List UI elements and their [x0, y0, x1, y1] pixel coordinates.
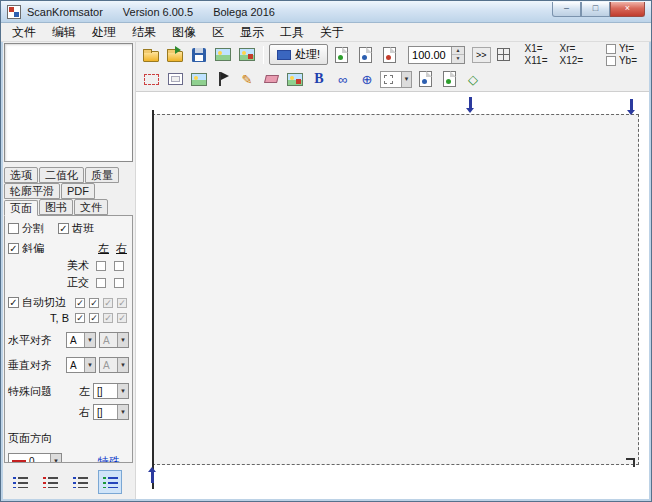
scan-button[interactable] — [236, 45, 258, 65]
eraser-icon — [264, 75, 279, 83]
save-button[interactable] — [188, 45, 210, 65]
window-body: 选项 二值化 质量 轮廓平滑 PDF 页面 图书 文件 分割 — [3, 42, 649, 499]
valign-select[interactable]: A ▼ — [66, 357, 96, 373]
open-add-button[interactable] — [164, 45, 186, 65]
tab-smoothing[interactable]: 轮廓平滑 — [4, 183, 60, 199]
tab-book[interactable]: 图书 — [39, 199, 73, 215]
menu-image[interactable]: 图像 — [164, 23, 204, 42]
top-crop-marker[interactable] — [469, 97, 472, 109]
special-left-select[interactable]: [] ▼ — [93, 383, 129, 399]
minimize-button[interactable]: – — [552, 2, 581, 17]
copy-zone-button[interactable] — [414, 69, 436, 89]
erase-button[interactable] — [260, 69, 282, 89]
halign-select[interactable]: A ▼ — [66, 332, 96, 348]
draw-button[interactable]: ✎ — [236, 69, 258, 89]
polygon-zone-button[interactable]: ◇ — [462, 69, 484, 89]
menu-tools[interactable]: 工具 — [272, 23, 312, 42]
page-delete-button[interactable] — [378, 45, 400, 65]
image-zone-button[interactable] — [188, 69, 210, 89]
yb-checkbox[interactable] — [606, 56, 616, 66]
menu-about[interactable]: 关于 — [312, 23, 352, 42]
xr-label: Xr= — [559, 43, 583, 55]
paste-zone-button[interactable] — [438, 69, 460, 89]
menu-file[interactable]: 文件 — [4, 23, 44, 42]
skew-label: 斜偏 — [22, 241, 44, 256]
special-right-select[interactable]: [] ▼ — [93, 404, 129, 420]
menu-result[interactable]: 结果 — [124, 23, 164, 42]
valign-label: 垂直对齐 — [8, 358, 63, 373]
art-right-checkbox[interactable] — [114, 261, 124, 271]
image-view-button[interactable] — [212, 45, 234, 65]
menu-view[interactable]: 显示 — [232, 23, 272, 42]
tb-l1-checkbox[interactable]: ✓ — [75, 313, 85, 323]
corner-marker[interactable] — [626, 458, 635, 467]
halign-select-2[interactable]: A ▼ — [99, 332, 129, 348]
grid-coords-button[interactable] — [493, 45, 515, 65]
autocrop-r2-checkbox[interactable]: ✓ — [117, 298, 127, 308]
tab-quality[interactable]: 质量 — [85, 167, 119, 183]
page-next-button[interactable] — [330, 45, 352, 65]
split-checkbox[interactable] — [8, 223, 19, 234]
skew-checkbox[interactable]: ✓ — [8, 243, 19, 254]
globe-button[interactable]: ⊕ — [356, 69, 378, 89]
ortho-right-checkbox[interactable] — [114, 278, 124, 288]
close-button[interactable]: × — [610, 2, 645, 17]
floppy-icon — [192, 48, 206, 62]
process-button[interactable]: 处理! — [269, 44, 328, 65]
tb-r2-checkbox[interactable]: ✓ — [117, 313, 127, 323]
page-canvas[interactable] — [136, 91, 649, 499]
window-controls: – □ × — [552, 2, 645, 17]
page-view-button[interactable] — [354, 45, 376, 65]
zoom-stepper[interactable]: ▲ ▼ — [451, 47, 464, 63]
list-mode-3-button[interactable] — [68, 470, 92, 494]
more-tools-button[interactable]: >> — [472, 47, 491, 63]
autocrop-r1-checkbox[interactable]: ✓ — [89, 298, 99, 308]
tb-l2-checkbox[interactable]: ✓ — [103, 313, 113, 323]
list-icon — [13, 476, 28, 489]
thumbnail-list[interactable] — [4, 43, 133, 162]
maximize-button[interactable]: □ — [581, 2, 610, 17]
zoom-input[interactable] — [409, 49, 451, 61]
crop-frame-button[interactable] — [164, 69, 186, 89]
link-pages-button[interactable]: ∞ — [332, 69, 354, 89]
autocrop-checkbox[interactable]: ✓ — [8, 297, 19, 308]
yt-checkbox[interactable] — [606, 44, 616, 54]
menu-process[interactable]: 处理 — [84, 23, 124, 42]
photo-zone-button[interactable] — [284, 69, 306, 89]
list-icon — [43, 476, 58, 489]
left-crop-line[interactable] — [152, 110, 154, 489]
flag-button[interactable] — [212, 69, 234, 89]
select-region-button[interactable] — [140, 69, 162, 89]
tab-pdf[interactable]: PDF — [61, 183, 95, 199]
chevron-down-icon: ▼ — [84, 358, 95, 372]
bold-text-button[interactable]: B — [308, 69, 330, 89]
menu-zone[interactable]: 区 — [204, 23, 232, 42]
orientation-select[interactable]: 0 ▼ — [8, 453, 62, 463]
tab-binarize[interactable]: 二值化 — [39, 167, 84, 183]
tab-page[interactable]: 页面 — [4, 200, 38, 216]
list-mode-2-button[interactable] — [38, 470, 62, 494]
spin-up-icon[interactable]: ▲ — [452, 47, 464, 55]
list-mode-1-button[interactable] — [8, 470, 32, 494]
autocrop-l2-checkbox[interactable]: ✓ — [103, 298, 113, 308]
selection-mode-select[interactable]: ▼ — [380, 71, 412, 88]
tb-r1-checkbox[interactable]: ✓ — [89, 313, 99, 323]
yt-label: Yt= — [619, 43, 634, 55]
menu-edit[interactable]: 编辑 — [44, 23, 84, 42]
app-icon — [7, 5, 21, 19]
tb-label: T, B — [8, 312, 73, 324]
tab-options[interactable]: 选项 — [4, 167, 38, 183]
band-checkbox[interactable]: ✓ — [58, 223, 69, 234]
autocrop-grid: ✓ 自动切边 ✓ ✓ ✓ ✓ T, B ✓ ✓ ✓ ✓ — [8, 295, 129, 324]
valign-select-2[interactable]: A ▼ — [99, 357, 129, 373]
bottom-crop-marker[interactable] — [151, 471, 154, 483]
list-mode-4-button[interactable] — [98, 470, 122, 494]
ortho-left-checkbox[interactable] — [96, 278, 106, 288]
open-button[interactable] — [140, 45, 162, 65]
special-link[interactable]: 特殊... — [98, 454, 129, 464]
tab-files[interactable]: 文件 — [74, 199, 108, 215]
art-left-checkbox[interactable] — [96, 261, 106, 271]
spin-down-icon[interactable]: ▼ — [452, 54, 464, 63]
autocrop-l1-checkbox[interactable]: ✓ — [75, 298, 85, 308]
right-crop-marker[interactable] — [630, 99, 633, 111]
